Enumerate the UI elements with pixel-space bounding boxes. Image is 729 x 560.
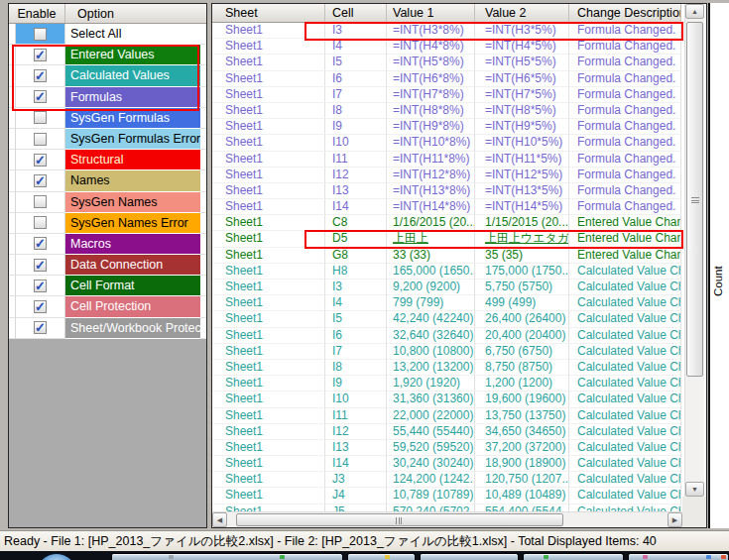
checkbox-checked[interactable] (34, 300, 47, 313)
table-row[interactable]: Sheet1I4799 (799)499 (499)Calculated Val… (212, 295, 681, 311)
legend-row-cell-protection[interactable]: Cell Protection (9, 296, 206, 317)
table-row[interactable]: Sheet1I12=INT(H12*8%)=INT(H12*5%)Formula… (212, 168, 681, 183)
checkbox-unchecked[interactable] (34, 195, 47, 208)
checkbox-checked[interactable] (34, 174, 47, 187)
scrollbar-corner (682, 497, 706, 527)
legend-row-sheet-workbook-protection[interactable]: Sheet/Workbook Protection (9, 318, 206, 339)
table-row[interactable]: Sheet1I1430,240 (30240)18,900 (18900)Cal… (212, 456, 681, 472)
legend-row-structural[interactable]: Structural (9, 150, 206, 170)
taskbar-button[interactable] (420, 553, 519, 560)
taskbar-button[interactable] (111, 553, 343, 560)
cell-desc: Calculated Value Changed. (569, 408, 681, 424)
table-row[interactable]: Sheet1J410,789 (10789)10,489 (10489)Calc… (212, 488, 681, 504)
table-row[interactable]: Sheet1I1359,520 (59520)37,200 (37200)Cal… (212, 440, 681, 456)
cell-sheet: Sheet1 (212, 23, 325, 39)
table-row[interactable]: Sheet1I9=INT(H9*8%)=INT(H9*5%)Formula Ch… (212, 119, 681, 135)
start-button-icon[interactable] (36, 553, 77, 560)
table-row[interactable]: Sheet1I632,640 (32640)20,400 (20400)Calc… (212, 328, 681, 344)
table-row[interactable]: Sheet1I813,200 (13200)8,750 (8750)Calcul… (212, 360, 681, 376)
vertical-scrollbar-thumb[interactable] (686, 22, 703, 377)
checkbox-checked[interactable] (34, 69, 47, 82)
table-row[interactable]: Sheet1I3=INT(H3*8%)=INT(H3*5%)Formula Ch… (212, 23, 681, 39)
legend-row-macros[interactable]: Macros (9, 234, 206, 255)
table-row[interactable]: Sheet1I11=INT(H11*8%)=INT(H11*5%)Formula… (212, 152, 681, 168)
checkbox-checked[interactable] (34, 321, 47, 334)
checkbox-checked[interactable] (34, 90, 47, 103)
table-row[interactable]: Sheet1I6=INT(H6*8%)=INT(H6*5%)Formula Ch… (212, 71, 681, 87)
column-header-value-2[interactable]: Value 2 (475, 4, 569, 22)
checkbox-checked[interactable] (34, 49, 47, 61)
scroll-right-icon[interactable]: ▶ (668, 512, 682, 527)
table-row[interactable]: Sheet1I4=INT(H4*8%)=INT(H4*5%)Formula Ch… (212, 39, 681, 55)
table-row[interactable]: Sheet1D5上田上上田上ウエタガミEntered Value Changed… (212, 231, 681, 247)
table-row[interactable]: Sheet1I13=INT(H13*8%)=INT(H13*5%)Formula… (212, 183, 681, 199)
table-row[interactable]: Sheet1J5570,240 (5702...554,400 (5544...… (212, 504, 681, 511)
cell-cell: I14 (325, 456, 387, 472)
legend-row-sysgen-formulas[interactable]: SysGen Formulas (9, 108, 206, 129)
cell-cell: I8 (325, 360, 387, 376)
legend-row-names[interactable]: Names (9, 170, 206, 191)
taskbar-button[interactable] (347, 553, 416, 560)
table-row[interactable]: Sheet1C81/16/2015 (20...1/15/2015 (20...… (212, 215, 681, 231)
legend-row-select-all[interactable]: Select All (9, 24, 206, 45)
table-row[interactable]: Sheet1I5=INT(H5*8%)=INT(H5*5%)Formula Ch… (212, 55, 681, 70)
table-row[interactable]: Sheet1I8=INT(H8*8%)=INT(H8*5%)Formula Ch… (212, 103, 681, 119)
cell-desc: Formula Changed. (569, 152, 681, 168)
table-row[interactable]: Sheet1I1031,360 (31360)19,600 (19600)Cal… (212, 392, 681, 407)
legend-row-calculated-values[interactable]: Calculated Values (9, 65, 206, 86)
cell-cell: I7 (325, 344, 387, 360)
column-header-sheet[interactable]: Sheet (212, 4, 325, 22)
legend-row-data-connection[interactable]: Data Connection (9, 255, 206, 276)
scroll-left-icon[interactable]: ◀ (212, 512, 227, 527)
checkbox-checked[interactable] (34, 259, 47, 272)
table-row[interactable]: Sheet1G833 (33)35 (35)Entered Value Chan… (212, 248, 681, 264)
table-row[interactable]: Sheet1J3124,200 (1242...120,750 (1207...… (212, 472, 681, 488)
cell-v2: 8,750 (8750) (475, 360, 569, 376)
taskbar-icon (280, 555, 285, 559)
cell-v1: 1,920 (1920) (387, 376, 475, 392)
table-row[interactable]: Sheet1I39,200 (9200)5,750 (5750)Calculat… (212, 280, 681, 295)
legend-row-entered-values[interactable]: Entered Values (9, 45, 206, 65)
legend-row-sysgen-names-error[interactable]: SysGen Names Error (9, 213, 206, 234)
cell-v1: 124,200 (1242... (387, 472, 475, 488)
checkbox-unchecked[interactable] (34, 28, 47, 41)
checkbox-unchecked[interactable] (34, 133, 47, 146)
cell-cell: D5 (325, 231, 387, 247)
cell-v1: =INT(H14*8%) (387, 199, 475, 215)
checkbox-checked[interactable] (34, 280, 47, 292)
table-row[interactable]: Sheet1I91,920 (1920)1,200 (1200)Calculat… (212, 376, 681, 392)
table-row[interactable]: Sheet1H8165,000 (1650...175,000 (1750...… (212, 264, 681, 280)
cell-v1: =INT(H12*8%) (387, 168, 475, 183)
column-header-value-1[interactable]: Value 1 (387, 4, 475, 22)
checkbox-unchecked[interactable] (34, 111, 47, 124)
enable-cell (16, 108, 65, 129)
vertical-scrollbar[interactable]: ▲ ▼ (684, 4, 704, 497)
checkbox-unchecked[interactable] (34, 216, 47, 229)
checkbox-checked[interactable] (34, 154, 47, 167)
legend-row-sysgen-formulas-errors[interactable]: SysGen Formulas Errors (9, 129, 206, 150)
taskbar-icon (385, 555, 390, 559)
legend-row-cell-format[interactable]: Cell Format (9, 276, 206, 296)
table-row[interactable]: Sheet1I1122,000 (22000)13,750 (13750)Cal… (212, 408, 681, 424)
cell-v1: 799 (799) (387, 295, 475, 311)
legend-row-formulas[interactable]: Formulas (9, 87, 206, 108)
horizontal-scrollbar[interactable]: ◀ ▶ (212, 511, 682, 527)
horizontal-scrollbar-thumb[interactable] (236, 513, 563, 526)
column-header-change-description[interactable]: Change Description (569, 4, 681, 22)
table-row[interactable]: Sheet1I542,240 (42240)26,400 (26400)Calc… (212, 311, 681, 327)
column-header-cell[interactable]: Cell (325, 4, 387, 22)
taskbar-button[interactable] (523, 553, 624, 560)
cell-sheet: Sheet1 (212, 360, 325, 376)
table-row[interactable]: Sheet1I7=INT(H7*8%)=INT(H7*5%)Formula Ch… (212, 87, 681, 103)
cell-sheet: Sheet1 (212, 392, 325, 407)
table-row[interactable]: Sheet1I710,800 (10800)6,750 (6750)Calcul… (212, 344, 681, 360)
legend-row-sysgen-names[interactable]: SysGen Names (9, 192, 206, 213)
scroll-down-icon[interactable]: ▼ (685, 482, 704, 497)
row-gutter (9, 65, 16, 86)
scroll-up-icon[interactable]: ▲ (685, 4, 704, 19)
cell-v1: 165,000 (1650... (387, 264, 475, 280)
table-row[interactable]: Sheet1I14=INT(H14*8%)=INT(H14*5%)Formula… (212, 199, 681, 215)
table-row[interactable]: Sheet1I10=INT(H10*8%)=INT(H10*5%)Formula… (212, 135, 681, 151)
checkbox-checked[interactable] (34, 237, 47, 250)
table-row[interactable]: Sheet1I1255,440 (55440)34,650 (34650)Cal… (212, 424, 681, 440)
